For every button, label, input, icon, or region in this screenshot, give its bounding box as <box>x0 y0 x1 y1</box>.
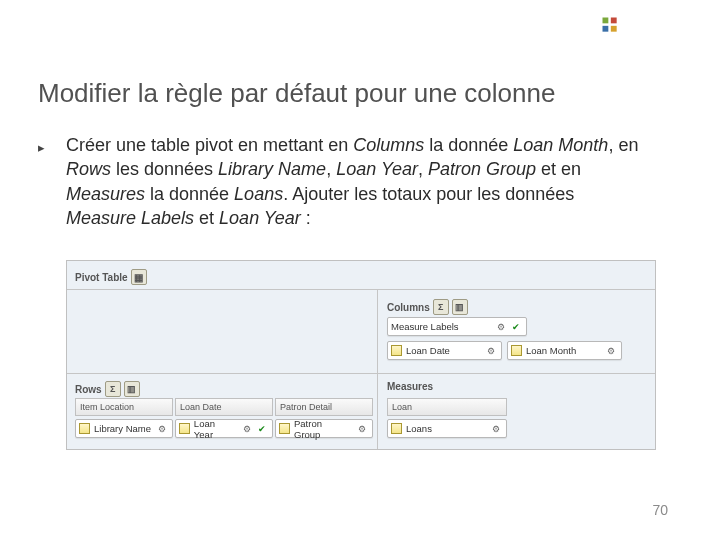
dimension-icon <box>511 345 522 356</box>
rows-pill-loan-year[interactable]: Loan Year ⚙ ✔ <box>175 419 273 438</box>
dimension-icon <box>391 345 402 356</box>
dimension-icon <box>79 423 90 434</box>
columns-pill-loan-month[interactable]: Loan Month ⚙ <box>507 341 622 360</box>
slide-title: Modifier la règle par défaut pour une co… <box>38 78 555 109</box>
measures-pill-loans[interactable]: Loans ⚙ <box>387 419 507 438</box>
table-toggle-icon[interactable]: ▥ <box>452 299 468 315</box>
total-check-icon[interactable]: ✔ <box>509 320 522 333</box>
rows-header-patron-detail: Patron Detail <box>275 398 373 416</box>
rows-pill-patron-group[interactable]: Patron Group ⚙ <box>275 419 373 438</box>
rows-header-loan-date: Loan Date <box>175 398 273 416</box>
page-number: 70 <box>652 502 668 518</box>
columns-section-label: Columns Σ ▥ <box>387 299 468 315</box>
svg-rect-2 <box>603 26 609 32</box>
measure-icon <box>391 423 402 434</box>
panel-title: Pivot Table ▦ <box>75 269 147 285</box>
table-toggle-icon[interactable]: ▥ <box>124 381 140 397</box>
columns-pill-measure-labels[interactable]: Measure Labels ⚙ ✔ <box>387 317 527 336</box>
pivot-table-icon[interactable]: ▦ <box>131 269 147 285</box>
gear-icon[interactable]: ⚙ <box>604 344 617 357</box>
measures-header-loan: Loan <box>387 398 507 416</box>
gear-icon[interactable]: ⚙ <box>494 320 507 333</box>
rows-section-label: Rows Σ ▥ <box>75 381 140 397</box>
svg-rect-1 <box>611 18 617 24</box>
gear-icon[interactable]: ⚙ <box>355 422 368 435</box>
dimension-icon <box>279 423 290 434</box>
gear-icon[interactable]: ⚙ <box>155 422 168 435</box>
svg-rect-0 <box>603 18 609 24</box>
sigma-icon[interactable]: Σ <box>433 299 449 315</box>
sigma-icon[interactable]: Σ <box>105 381 121 397</box>
gear-icon[interactable]: ⚙ <box>240 422 253 435</box>
gear-icon[interactable]: ⚙ <box>484 344 497 357</box>
measures-section-label: Measures <box>387 381 433 392</box>
total-check-icon[interactable]: ✔ <box>255 422 268 435</box>
columns-pill-loan-date[interactable]: Loan Date ⚙ <box>387 341 502 360</box>
product-logo <box>600 15 620 35</box>
body-paragraph: Créer une table pivot en mettant en Colu… <box>66 133 648 230</box>
rows-pill-library-name[interactable]: Library Name ⚙ <box>75 419 173 438</box>
pivot-table-figure: Pivot Table ▦ Columns Σ ▥ Measure Labels… <box>66 260 656 450</box>
bullet-marker: ▸ <box>38 140 45 155</box>
rows-header-item-location: Item Location <box>75 398 173 416</box>
dimension-icon <box>179 423 190 434</box>
svg-rect-3 <box>611 26 617 32</box>
gear-icon[interactable]: ⚙ <box>489 422 502 435</box>
